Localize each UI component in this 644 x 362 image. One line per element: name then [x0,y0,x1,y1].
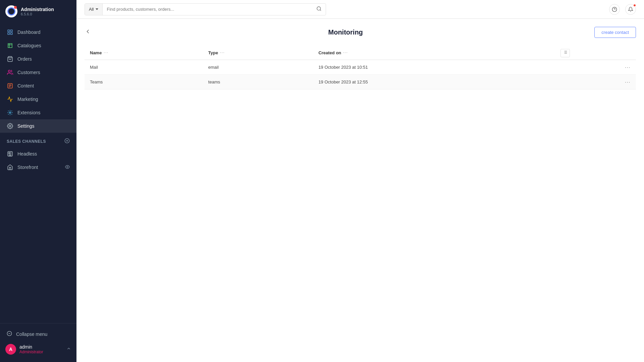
sidebar-item-catalogues[interactable]: Catalogues [0,39,76,52]
sales-channels-header: Sales Channels [0,133,76,147]
notifications-icon[interactable] [625,4,636,15]
main-content: All Monitoring create contact [76,0,644,362]
sidebar-item-customers-label: Customers [17,70,40,75]
sidebar-item-orders[interactable]: Orders [0,52,76,66]
svg-line-17 [320,10,321,11]
cell-created: 19 October 2023 at 12:55 [313,75,555,89]
sidebar-footer: Collapse menu A admin Administrator [0,323,76,362]
table-row[interactable]: Teams teams 19 October 2023 at 12:55 ··· [85,75,636,89]
svg-rect-2 [8,33,9,35]
sidebar-item-extensions[interactable]: Extensions [0,106,76,119]
svg-point-5 [8,70,10,72]
marketing-icon [7,96,13,103]
app-version: 6.5.6.0 [21,12,54,16]
col-header-name: Name ··· [85,46,203,60]
app-title: Administration [21,7,54,12]
col-created-label: Created on [318,50,341,55]
collapse-label: Collapse menu [16,331,47,337]
chevron-down-icon [96,8,98,10]
user-chevron-icon[interactable] [66,346,71,352]
topbar: All [76,0,644,19]
user-avatar: A [5,344,16,355]
app-name: Administration 6.5.6.0 [21,7,54,16]
svg-rect-3 [11,33,12,35]
col-header-view [555,46,636,60]
help-icon[interactable] [609,4,620,15]
search-icon[interactable] [312,6,326,13]
sidebar-item-settings-label: Settings [17,123,35,129]
cell-type: teams [203,75,313,89]
catalogues-icon [7,42,13,49]
search-input[interactable] [103,7,312,12]
page-title: Monitoring [97,28,594,36]
sidebar-item-extensions-label: Extensions [17,110,40,115]
customers-icon [7,69,13,76]
svg-point-13 [67,166,68,168]
col-created-options[interactable]: ··· [343,51,348,55]
page-header: Monitoring create contact [85,27,636,38]
add-sales-channel-icon[interactable] [64,138,70,144]
dashboard-icon [7,29,13,36]
col-type-label: Type [208,50,218,55]
user-name: admin [19,344,63,350]
col-header-type: Type ··· [203,46,313,60]
collapse-menu[interactable]: Collapse menu [0,327,76,341]
grid-view-icon[interactable] [560,49,570,57]
svg-point-7 [9,112,11,114]
cell-created: 19 October 2023 at 10:51 [313,60,555,75]
notification-badge [633,4,636,7]
orders-icon [7,56,13,62]
notification-dot [14,6,17,9]
create-contact-button[interactable]: create contact [594,27,636,38]
headless-icon [7,150,13,157]
collapse-icon [7,331,12,337]
sidebar-item-marketing[interactable]: Marketing [0,93,76,106]
search-container: All [85,3,326,15]
table-row[interactable]: Mail email 19 October 2023 at 10:51 ··· [85,60,636,75]
topbar-actions [609,4,636,15]
col-header-created: Created on ··· [313,46,555,60]
col-name-options[interactable]: ··· [104,51,108,55]
cell-type: email [203,60,313,75]
search-filter-dropdown[interactable]: All [85,4,103,15]
sidebar-item-settings[interactable]: Settings [0,119,76,133]
monitoring-table: Name ··· Type ··· Created on ··· [85,46,636,89]
app-logo [5,5,17,17]
sidebar-item-dashboard-label: Dashboard [17,29,41,35]
content-icon [7,82,13,89]
svg-point-16 [317,7,321,10]
storefront-eye-icon[interactable] [65,165,70,170]
back-button[interactable] [85,28,91,37]
sidebar-item-content-label: Content [17,83,34,88]
search-filter-label: All [89,7,94,12]
sidebar-item-dashboard[interactable]: Dashboard [0,25,76,39]
sidebar-item-customers[interactable]: Customers [0,66,76,79]
row-actions-menu[interactable]: ··· [555,60,636,75]
col-type-options[interactable]: ··· [220,51,225,55]
row-actions-menu[interactable]: ··· [555,75,636,89]
cell-name: Teams [85,75,203,89]
sidebar-item-marketing-label: Marketing [17,97,38,102]
sidebar-item-storefront[interactable]: Storefront [0,161,76,174]
storefront-icon [7,164,13,171]
svg-point-8 [9,125,11,127]
page-content: Monitoring create contact Name ··· Type [76,19,644,362]
sidebar-item-headless-label: Headless [17,151,37,157]
sidebar-nav: Dashboard Catalogues Orders Customers [0,23,76,323]
sidebar-item-orders-label: Orders [17,56,32,62]
settings-icon [7,123,13,129]
col-name-label: Name [90,50,102,55]
sidebar: Administration 6.5.6.0 Dashboard Catalog… [0,0,76,362]
user-info: admin Administrator [19,344,63,354]
sidebar-header: Administration 6.5.6.0 [0,0,76,23]
sidebar-item-storefront-label: Storefront [17,165,38,170]
user-section: A admin Administrator [0,341,76,358]
cell-name: Mail [85,60,203,75]
extensions-icon [7,109,13,116]
sales-channels-label: Sales Channels [7,139,46,144]
sidebar-item-content[interactable]: Content [0,79,76,93]
svg-rect-1 [11,30,12,32]
svg-rect-0 [8,30,9,32]
sidebar-item-headless[interactable]: Headless [0,147,76,161]
user-role: Administrator [19,350,63,354]
